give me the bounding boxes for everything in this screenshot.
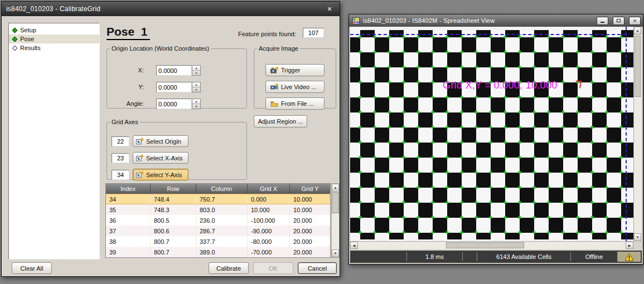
cell-grid-x: -100.000 — [248, 215, 290, 226]
group-title: Origin Location (World Coordinates) — [110, 45, 211, 52]
field-label: Y: — [112, 84, 144, 90]
close-button[interactable]: × — [629, 17, 641, 25]
calibrate-grid-window: is8402_010203 - CalibrateGrid × Setup Po… — [1, 1, 340, 277]
green-diamond-icon — [12, 36, 18, 42]
sidebar-item-setup[interactable]: Setup — [9, 26, 99, 35]
button-label: Trigger — [281, 67, 300, 74]
cell-row: 748.3 — [151, 204, 196, 215]
table-scrollbar[interactable]: ▲ ▼ — [331, 183, 340, 258]
select-point-icon — [136, 172, 143, 178]
column-header[interactable]: Grid X — [248, 184, 290, 194]
scroll-left-icon[interactable]: ◀ — [350, 242, 358, 249]
feature-points-label: Feature points found: — [238, 31, 296, 37]
warning-icon — [624, 253, 634, 261]
column-header[interactable]: Grid Y — [290, 184, 330, 194]
select-origin-button[interactable]: Select Origin — [133, 135, 188, 147]
calibrate-body: Setup Pose Results Pose 1 Feature points… — [2, 16, 340, 276]
table-row[interactable]: 39 800.7 389.0 -70.000 20.000 — [106, 247, 330, 257]
cell-row: 800.7 — [151, 236, 196, 247]
origin-cell-input[interactable] — [112, 136, 129, 146]
angle-row: Angle: ▲ ▼ — [107, 99, 246, 109]
angle-input[interactable] — [156, 99, 192, 109]
trigger-button[interactable]: Trigger — [265, 64, 325, 76]
column-header[interactable]: Index — [106, 184, 151, 194]
horizontal-scrollbar[interactable]: ◀ ▶ — [350, 241, 633, 249]
live-video-button[interactable]: Live Video ... — [265, 81, 325, 93]
app-icon — [352, 17, 360, 25]
x-axis-cell-input[interactable] — [112, 153, 129, 163]
column-header[interactable]: Row — [151, 184, 196, 194]
desktop: is8402_010203 - CalibrateGrid × Setup Po… — [0, 0, 644, 284]
from-file-button[interactable]: From File ... — [265, 97, 325, 110]
scroll-down-icon[interactable]: ▼ — [634, 233, 641, 241]
calibrate-button[interactable]: Calibrate — [209, 262, 249, 274]
table-row[interactable]: 37 800.6 286.7 -90.000 20.000 — [106, 226, 330, 236]
y-axis-cell-input[interactable] — [112, 170, 129, 180]
cell-column: 286.7 — [196, 226, 248, 236]
acquire-image-group: Acquire Image Trigger Live Video ... — [254, 45, 336, 109]
video-camera-icon — [270, 84, 278, 90]
cell-index: 36 — [106, 215, 151, 226]
calibrate-titlebar[interactable]: is8402_010203 - CalibrateGrid × — [2, 2, 340, 16]
table-row[interactable]: 38 800.7 337.7 -80.000 20.000 — [106, 236, 330, 247]
x-row: X: ▲ ▼ — [107, 65, 246, 76]
close-icon[interactable]: × — [324, 4, 335, 13]
scrollbar-thumb[interactable] — [635, 36, 641, 97]
button-label: Select Y-Axis — [146, 172, 182, 178]
scrollbar-thumb[interactable] — [332, 192, 339, 213]
close-icon: × — [633, 18, 636, 24]
table-row[interactable]: 34 748.4 750.7 0.000 10.000 — [106, 194, 330, 204]
cell-grid-y: 20.000 — [290, 226, 330, 236]
cancel-button[interactable]: Cancel — [298, 262, 337, 274]
green-diamond-icon — [12, 27, 18, 33]
sidebar-item-pose[interactable]: Pose — [9, 35, 99, 43]
cell-index: 37 — [106, 226, 151, 236]
spreadsheet-titlebar[interactable]: is8402_010203 - IS8402M - Spreadsheet Vi… — [349, 14, 643, 27]
spinner-up-icon[interactable]: ▲ — [192, 99, 200, 104]
y-spinner[interactable]: ▲ ▼ — [192, 82, 201, 92]
feature-points-table: Index Row Column Grid X Grid Y 34 748.4 … — [105, 183, 331, 258]
cell-grid-x: 0.000 — [248, 194, 290, 204]
cell-grid-y: 10.000 — [290, 204, 330, 215]
sidebar-item-label: Results — [20, 45, 41, 51]
cell-column: 236.0 — [196, 215, 248, 226]
scrollbar-thumb[interactable] — [446, 242, 524, 248]
minimize-button[interactable] — [597, 17, 608, 25]
cell-column: 803.0 — [196, 204, 248, 215]
vertical-scrollbar[interactable]: ▲ ▼ — [633, 27, 642, 241]
spinner-up-icon[interactable]: ▲ — [192, 82, 200, 87]
spinner-down-icon[interactable]: ▼ — [192, 104, 200, 109]
y-input[interactable] — [156, 82, 192, 92]
table-row[interactable]: 35 748.3 803.0 10.000 10.000 — [106, 204, 330, 215]
select-x-axis-button[interactable]: Select X-Axis — [133, 152, 188, 164]
folder-icon — [270, 101, 278, 107]
cell-grid-y: 10.000 — [290, 194, 330, 204]
field-label: Angle: — [112, 100, 144, 107]
acquisition-time: 1.8 ms — [406, 252, 462, 261]
x-spinner[interactable]: ▲ ▼ — [192, 65, 201, 76]
warning-indicator[interactable] — [617, 252, 641, 262]
window-title: is8402_010203 - CalibrateGrid — [6, 5, 324, 13]
origin-location-group: Origin Location (World Coordinates) X: ▲… — [106, 45, 247, 109]
sidebar-item-label: Setup — [20, 27, 36, 33]
maximize-button[interactable] — [613, 17, 624, 25]
grid-xy-overlay-label: Grid X,Y = 0.000, 10.000 — [443, 80, 558, 91]
spinner-down-icon[interactable]: ▼ — [192, 71, 200, 75]
adjust-region-button[interactable]: Adjust Region ... — [254, 115, 307, 128]
calibration-image[interactable]: Grid X,Y = 0.000, 10.000 — [350, 27, 633, 241]
table-row[interactable]: 36 800.5 236.0 -100.000 20.000 — [106, 215, 330, 226]
spinner-up-icon[interactable]: ▲ — [192, 66, 200, 71]
select-y-axis-button[interactable]: Select Y-Axis — [133, 169, 188, 180]
scroll-up-icon[interactable]: ▲ — [634, 27, 641, 35]
scroll-down-icon[interactable]: ▼ — [332, 249, 339, 257]
checkerboard-pattern — [350, 30, 633, 239]
cell-row: 748.4 — [151, 194, 196, 204]
spinner-down-icon[interactable]: ▼ — [192, 87, 200, 92]
column-header[interactable]: Column — [196, 184, 248, 194]
angle-spinner[interactable]: ▲ ▼ — [192, 99, 201, 109]
scroll-up-icon[interactable]: ▲ — [332, 184, 339, 192]
sidebar-item-results[interactable]: Results — [9, 43, 99, 52]
scroll-right-icon[interactable]: ▶ — [626, 242, 633, 249]
clear-all-button[interactable]: Clear All — [12, 262, 52, 274]
x-input[interactable] — [156, 65, 192, 76]
